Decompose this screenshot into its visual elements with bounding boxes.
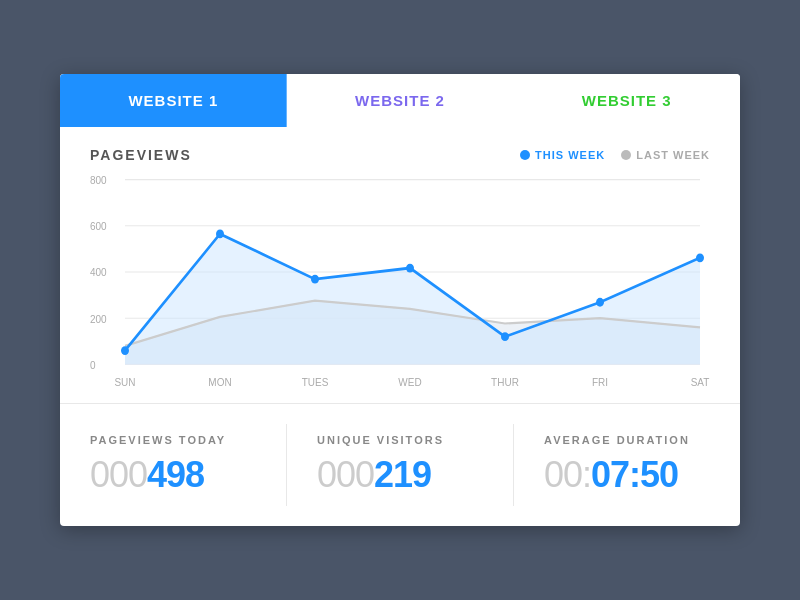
chart-section: PAGEVIEWS THIS WEEK LAST WEEK 800 600 40…: [60, 127, 740, 404]
svg-text:FRI: FRI: [592, 376, 608, 389]
tab-website3[interactable]: WEBSITE 3: [513, 74, 740, 127]
chart-legend: THIS WEEK LAST WEEK: [520, 149, 710, 161]
stat-visitors-label: UNIQUE VISITORS: [317, 434, 483, 446]
stat-pageviews-prefix: 000: [90, 454, 147, 496]
tab-website2[interactable]: WEBSITE 2: [287, 74, 514, 127]
svg-text:400: 400: [90, 266, 107, 279]
stat-visitors-prefix: 000: [317, 454, 374, 496]
stat-visitors-value: 000 219: [317, 454, 483, 496]
tab-website1[interactable]: WEBSITE 1: [60, 74, 287, 127]
svg-text:600: 600: [90, 220, 107, 233]
dot-mon: [216, 230, 224, 239]
stat-duration-label: AVERAGE DURATION: [544, 434, 710, 446]
dashboard-card: WEBSITE 1 WEBSITE 2 WEBSITE 3 PAGEVIEWS …: [60, 74, 740, 526]
svg-text:SUN: SUN: [114, 376, 135, 389]
stat-pageviews-number: 498: [147, 454, 204, 496]
stat-pageviews-label: PAGEVIEWS TODAY: [90, 434, 256, 446]
legend-this-week: THIS WEEK: [520, 149, 605, 161]
dot-sun: [121, 346, 129, 355]
stat-pageviews: PAGEVIEWS TODAY 000 498: [60, 424, 287, 506]
svg-text:WED: WED: [398, 376, 422, 389]
stat-duration-prefix: 00:: [544, 454, 591, 496]
dot-thur: [501, 332, 509, 341]
dot-fri: [596, 298, 604, 307]
chart-area: 800 600 400 200 0: [90, 173, 710, 393]
stat-pageviews-value: 000 498: [90, 454, 256, 496]
stats-section: PAGEVIEWS TODAY 000 498 UNIQUE VISITORS …: [60, 404, 740, 526]
dot-sat: [696, 253, 704, 262]
chart-svg: 800 600 400 200 0: [90, 173, 710, 393]
svg-text:TUES: TUES: [302, 376, 329, 389]
this-week-area: [125, 234, 700, 364]
stat-visitors-number: 219: [374, 454, 431, 496]
legend-dot-last-week: [621, 150, 631, 160]
legend-label-last-week: LAST WEEK: [636, 149, 710, 161]
stat-duration-number: 07:50: [591, 454, 678, 496]
website-tabs: WEBSITE 1 WEBSITE 2 WEBSITE 3: [60, 74, 740, 127]
svg-text:MON: MON: [208, 376, 231, 389]
stat-visitors: UNIQUE VISITORS 000 219: [287, 424, 514, 506]
svg-text:800: 800: [90, 174, 107, 187]
svg-text:SAT: SAT: [691, 376, 710, 389]
stat-duration: AVERAGE DURATION 00: 07:50: [514, 424, 740, 506]
svg-text:200: 200: [90, 312, 107, 325]
svg-text:THUR: THUR: [491, 376, 519, 389]
dot-wed: [406, 264, 414, 273]
chart-header: PAGEVIEWS THIS WEEK LAST WEEK: [90, 147, 710, 163]
dot-tues: [311, 275, 319, 284]
legend-label-this-week: THIS WEEK: [535, 149, 605, 161]
chart-title: PAGEVIEWS: [90, 147, 192, 163]
svg-text:0: 0: [90, 358, 96, 371]
legend-last-week: LAST WEEK: [621, 149, 710, 161]
legend-dot-this-week: [520, 150, 530, 160]
stat-duration-value: 00: 07:50: [544, 454, 710, 496]
